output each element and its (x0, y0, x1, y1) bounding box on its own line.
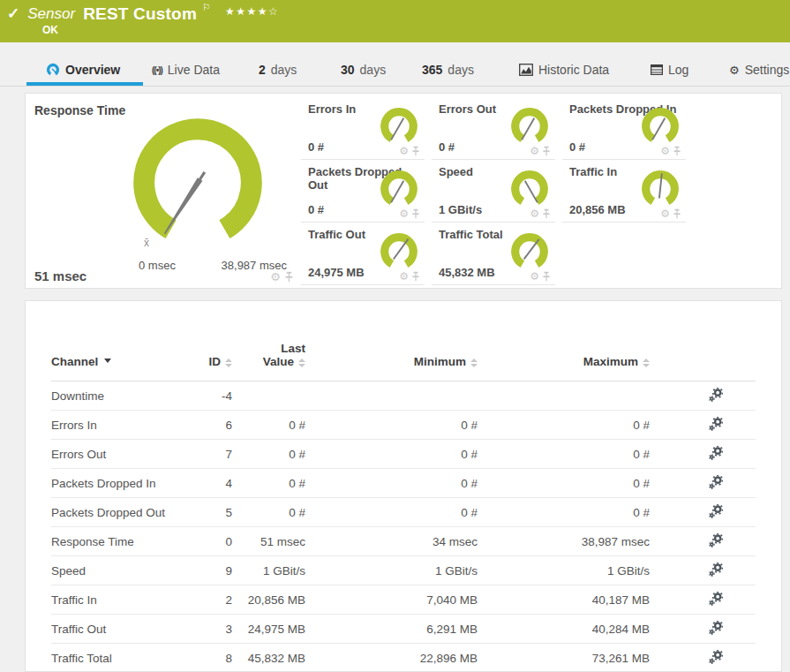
column-header-channel-label: Channel (51, 355, 98, 368)
channel-gauge-panel[interactable]: Speed 1 GBit/s ⚙ (432, 160, 555, 223)
cell-channel-name: Packets Dropped Out (51, 506, 206, 519)
channel-gauge-panel[interactable]: Packets Dropped In 0 # ⚙ (562, 97, 686, 160)
gauge-settings-gear-icon[interactable]: ⚙ (270, 272, 281, 283)
cell-channel-name: Errors Out (51, 448, 206, 461)
cell-last-value: 24,975 MB (232, 623, 305, 636)
cell-maximum: 40,187 MB (478, 593, 650, 607)
pin-icon[interactable] (542, 146, 551, 156)
sort-descending-icon (104, 359, 111, 363)
gauge-settings-gear-icon[interactable]: ⚙ (530, 146, 539, 156)
tab-365-days[interactable]: 365 days (422, 55, 474, 85)
tab-settings-label: Settings (745, 63, 790, 77)
cell-minimum: 0 # (305, 419, 478, 432)
channel-table-row: Packets Dropped Out 5 0 # 0 # 0 # (51, 498, 756, 527)
gauge-settings-gear-icon[interactable]: ⚙ (660, 208, 670, 219)
column-header-maximum-label: Maximum (583, 355, 638, 368)
column-header-last-label: Last (281, 342, 305, 355)
channel-settings-gears-icon[interactable] (709, 533, 723, 547)
tab-historic-data[interactable]: Historic Data (519, 55, 609, 85)
channel-gauge-value: 0 # (308, 203, 324, 216)
cell-last-value: 20,856 MB (232, 593, 305, 607)
tab-365-days-number: 365 (422, 63, 442, 77)
sort-icon (298, 359, 305, 367)
cell-channel-id: 7 (206, 448, 232, 461)
channel-gauge-panel[interactable]: Traffic Out 24,975 MB ⚙ (301, 223, 425, 285)
channel-settings-gears-icon[interactable] (709, 621, 723, 635)
gauge-settings-gear-icon[interactable]: ⚙ (399, 208, 409, 219)
channel-gauge-panel[interactable]: Traffic Total 45,832 MB ⚙ (432, 223, 555, 285)
tab-log[interactable]: Log (651, 55, 688, 85)
channel-settings-gears-icon[interactable] (709, 563, 723, 577)
gauge-settings-gear-icon[interactable]: ⚙ (530, 208, 539, 219)
cell-maximum: 73,261 MB (478, 652, 650, 665)
log-list-icon (651, 64, 663, 75)
pin-icon[interactable] (411, 271, 420, 282)
pin-icon[interactable] (411, 208, 420, 219)
cell-minimum: 22,896 MB (305, 652, 478, 665)
cell-minimum: 34 msec (305, 535, 478, 548)
broadcast-icon: ((•)) (152, 65, 162, 75)
cell-last-value: 51 msec (232, 535, 305, 548)
pin-icon[interactable] (542, 208, 551, 219)
gauge-settings-gear-icon[interactable]: ⚙ (660, 146, 670, 156)
cell-last-value: 1 GBit/s (232, 564, 305, 578)
channel-gauge-panel[interactable]: Errors Out 0 # ⚙ (432, 97, 555, 160)
flag-icon[interactable]: ⚐ (202, 2, 211, 13)
cell-maximum: 0 # (478, 419, 650, 432)
tab-30-days-unit: days (360, 63, 387, 77)
column-header-value-label: Value (263, 355, 294, 368)
tab-30-days[interactable]: 30 days (341, 55, 386, 85)
channel-gauge-value: 24,975 MB (308, 266, 365, 279)
column-header-id[interactable]: ID (206, 355, 232, 368)
channel-settings-gears-icon[interactable] (709, 650, 723, 664)
pin-icon[interactable] (673, 208, 681, 219)
tab-2-days[interactable]: 2 days (259, 55, 297, 85)
cell-minimum: 0 # (305, 448, 478, 461)
gauge-settings-gear-icon[interactable]: ⚙ (399, 271, 409, 282)
channel-gauge-value: 0 # (308, 140, 324, 154)
pin-icon[interactable] (284, 271, 294, 283)
cell-channel-name: Speed (51, 564, 206, 578)
cell-channel-id: 9 (206, 564, 232, 578)
response-time-title: Response Time (34, 103, 125, 117)
channel-settings-gears-icon[interactable] (709, 504, 723, 518)
gauge-settings-gear-icon[interactable]: ⚙ (530, 271, 539, 282)
cell-channel-name: Traffic Total (51, 652, 206, 665)
channel-settings-gears-icon[interactable] (709, 475, 723, 489)
tab-settings[interactable]: ⚙ Settings (729, 55, 789, 85)
channel-settings-gears-icon[interactable] (709, 446, 723, 460)
channel-settings-gears-icon[interactable] (709, 388, 723, 402)
channel-gauge-label: Traffic Total (439, 228, 503, 241)
channel-gauge-label: Errors In (308, 102, 356, 116)
column-header-maximum[interactable]: Maximum (478, 355, 650, 368)
pin-icon[interactable] (542, 271, 551, 282)
cell-channel-id: 8 (206, 652, 232, 665)
pin-icon[interactable] (673, 146, 681, 156)
channel-settings-gears-icon[interactable] (709, 592, 723, 606)
channel-gauge-panel[interactable]: Errors In 0 # ⚙ (301, 97, 425, 160)
column-header-minimum[interactable]: Minimum (305, 355, 478, 368)
channel-settings-gears-icon[interactable] (709, 417, 723, 431)
tab-bar: Overview ((•)) Live Data 2 days 30 days … (0, 55, 790, 87)
gauge-settings-gear-icon[interactable]: ⚙ (399, 146, 409, 156)
channel-gauge (639, 168, 681, 210)
channel-gauge-panel[interactable]: Traffic In 20,856 MB ⚙ (562, 160, 686, 223)
channel-gauge-panel[interactable]: Packets Dropped Out 0 # ⚙ (301, 160, 425, 223)
channel-gauge (378, 230, 420, 273)
channel-gauge-value: 1 GBit/s (439, 203, 482, 216)
channel-table-body: Downtime -4 (51, 381, 756, 672)
tab-live-data[interactable]: ((•)) Live Data (152, 55, 220, 85)
channel-gauge (508, 168, 551, 210)
pin-icon[interactable] (411, 146, 420, 156)
sensor-name: REST Custom (83, 4, 197, 24)
column-header-last-value[interactable]: Last Value (232, 342, 305, 368)
priority-stars[interactable]: ★★★★☆ (225, 5, 279, 18)
cell-last-value: 0 # (232, 477, 305, 490)
column-header-channel[interactable]: Channel (51, 355, 206, 368)
sensor-kind-label: Sensor (27, 4, 75, 24)
gauge-icon (46, 63, 60, 77)
response-time-gauge-panel[interactable]: Response Time x̄ 0 msec 38,987 msec 51 m… (26, 94, 297, 288)
gear-icon: ⚙ (729, 64, 740, 77)
response-time-value: 51 msec (34, 268, 87, 283)
tab-overview[interactable]: Overview (46, 55, 120, 85)
